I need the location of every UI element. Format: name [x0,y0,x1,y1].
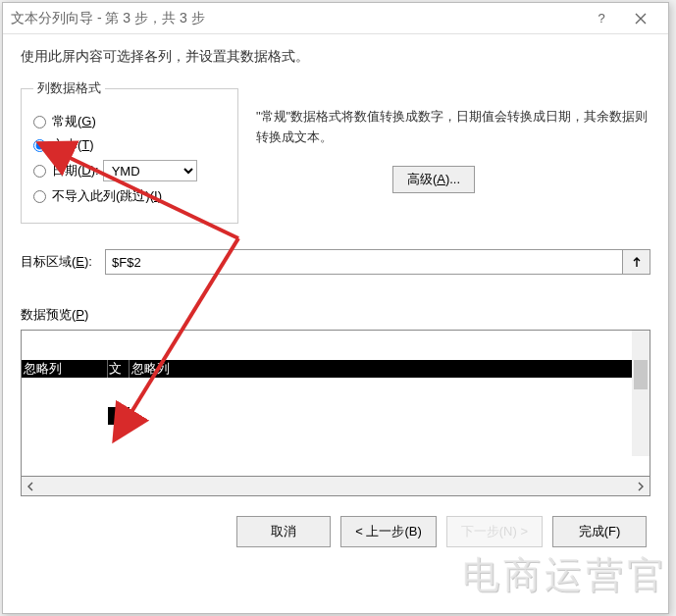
radio-general-label: 常规(G) [52,113,96,130]
collapse-icon [631,256,643,268]
preview-hscroll[interactable] [21,477,650,496]
radio-general-row[interactable]: 常规(G) [33,113,226,130]
titlebar: 文本分列向导 - 第 3 步，共 3 步 ? [3,3,668,34]
instruction-text: 使用此屏内容可选择各列，并设置其数据格式。 [21,48,650,66]
column-format-legend: 列数据格式 [33,79,105,97]
hscroll-right-arrow[interactable] [632,478,650,495]
column-format-group: 列数据格式 常规(G) 文本(T) 日期(D): YMD 不导入此列(跳过)(I… [21,79,238,224]
next-button[interactable]: 下一步(N) > [446,516,543,547]
preview-row-blank [22,407,650,425]
preview-label: 数据预览(P) [21,306,650,324]
radio-text[interactable] [33,139,46,152]
radio-skip-row[interactable]: 不导入此列(跳过)(I) [33,187,226,205]
close-button[interactable] [621,5,660,32]
hscroll-left-arrow[interactable] [22,478,39,495]
finish-button[interactable]: 完成(F) [552,516,647,547]
preview-grid[interactable]: 忽略列 文 忽略列 2020/9/11 10 :09:54 [22,331,650,448]
wizard-dialog: 文本分列向导 - 第 3 步，共 3 步 ? 使用此屏内容可选择各列，并设置其数… [2,2,669,614]
radio-text-label: 文本(T) [52,136,94,154]
radio-general[interactable] [33,116,46,128]
dialog-content: 使用此屏内容可选择各列，并设置其数据格式。 列数据格式 常规(G) 文本(T) … [3,34,668,561]
preview-box: 忽略列 文 忽略列 2020/9/11 10 :09:54 [21,330,650,477]
radio-text-row[interactable]: 文本(T) [33,136,226,154]
vscroll-thumb[interactable] [634,360,648,389]
advanced-button[interactable]: 高级(A)... [392,166,475,193]
preview-header-2: 忽略列 [130,360,650,378]
chevron-right-icon [637,482,645,491]
preview-header-0: 忽略列 [22,360,108,378]
back-button[interactable]: < 上一步(B) [340,516,437,547]
chevron-left-icon [26,482,34,491]
desc-text: "常规"数据格式将数值转换成数字，日期值会转换成日期，其余数据则转换成文本。 [256,107,650,148]
footer-buttons: 取消 < 上一步(B) 下一步(N) > 完成(F) [21,516,650,547]
cancel-button[interactable]: 取消 [236,516,331,547]
radio-skip-label: 不导入此列(跳过)(I) [52,187,162,205]
radio-date-label: 日期(D): [52,162,99,180]
preview-header-row: 忽略列 文 忽略列 [22,360,650,378]
range-picker-button[interactable] [623,249,650,275]
help-button[interactable]: ? [582,5,621,32]
dialog-title: 文本分列向导 - 第 3 步，共 3 步 [11,10,582,27]
destination-label: 目标区域(E): [21,253,105,271]
date-format-select[interactable]: YMD [103,160,197,181]
radio-date-row[interactable]: 日期(D): YMD [33,160,226,181]
radio-skip[interactable] [33,190,46,203]
destination-input[interactable] [105,249,623,275]
preview-header-1: 文 [108,360,130,378]
radio-date[interactable] [33,165,46,178]
close-icon [635,13,647,25]
destination-row: 目标区域(E): [21,249,650,275]
format-description: "常规"数据格式将数值转换成数字，日期值会转换成日期，其余数据则转换成文本。 高… [256,79,650,193]
preview-vscroll[interactable] [632,331,650,456]
